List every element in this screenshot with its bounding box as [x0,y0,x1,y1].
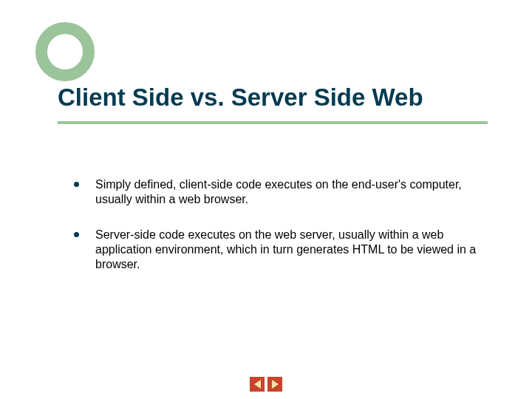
slide-nav [0,377,532,392]
bullet-text: Simply defined, client-side code execute… [95,177,480,207]
arrow-right-icon [272,380,279,389]
nav-button-group [250,377,282,392]
list-item: Simply defined, client-side code execute… [74,177,480,207]
slide: Client Side vs. Server Side Web Simply d… [0,0,532,399]
title-underline [58,121,488,124]
list-item: Server-side code executes on the web ser… [74,228,480,272]
prev-button[interactable] [250,377,265,392]
bullet-text: Server-side code executes on the web ser… [95,228,480,272]
next-button[interactable] [267,377,282,392]
arrow-left-icon [254,380,261,389]
slide-body: Simply defined, client-side code execute… [74,177,480,293]
decorative-ring [35,22,95,81]
bullet-icon [74,182,79,187]
bullet-icon [74,232,79,237]
slide-title: Client Side vs. Server Side Web [58,84,502,111]
